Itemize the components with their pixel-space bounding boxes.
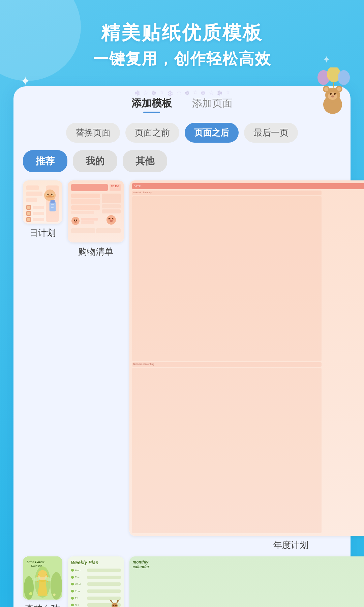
template-grid: 日计划 To Do <box>23 180 341 607</box>
svg-point-2 <box>338 70 350 85</box>
header-title-line2: 一键复用，创作轻松高效 <box>20 49 344 69</box>
svg-point-15 <box>331 95 334 97</box>
page-header: 精美贴纸优质模板 一键复用，创作轻松高效 <box>0 0 364 80</box>
main-card: 添加模板 添加页面 替换页面 页面之前 页面之后 最后一页 推荐 我的 其他 <box>13 86 351 607</box>
svg-point-13 <box>330 93 332 95</box>
header-title-line1: 精美贴纸优质模板 <box>20 20 344 46</box>
svg-point-14 <box>334 93 336 95</box>
svg-point-10 <box>324 87 328 91</box>
bear-balloons-decoration <box>310 67 354 118</box>
sparkle-decoration-2: ✦ <box>323 54 330 65</box>
svg-point-11 <box>337 87 341 91</box>
